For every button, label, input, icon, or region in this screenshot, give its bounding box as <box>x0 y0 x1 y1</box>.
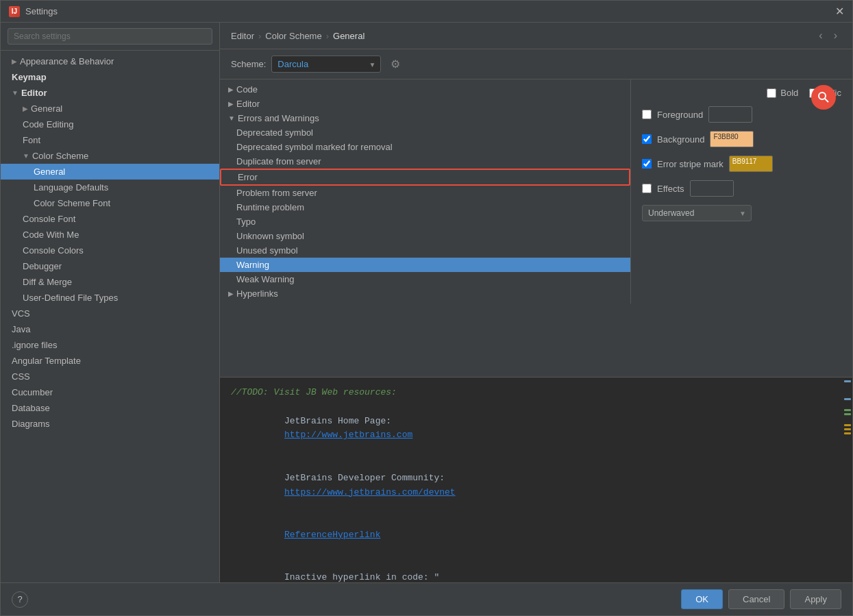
error-stripe-row: Error stripe mark BB9117 <box>642 156 841 172</box>
marker-yellow2 <box>844 428 851 430</box>
tree-item-typo[interactable]: Typo <box>220 214 630 229</box>
effects-select[interactable]: Underwaved Bordered Box Rounded box Stri… <box>642 205 752 221</box>
foreground-label: Foreground <box>657 110 703 120</box>
scheme-select[interactable]: Darcula IntelliJ Light High Contrast <box>271 56 381 73</box>
options-area: Bold Italic Foreground <box>631 79 852 377</box>
tree-item-problem-server[interactable]: Problem from server <box>220 186 630 200</box>
error-stripe-label: Error stripe mark <box>657 159 724 169</box>
titlebar: IJ Settings ✕ <box>1 1 852 23</box>
sidebar-item-diagrams[interactable]: Diagrams <box>1 416 219 432</box>
sidebar-item-database[interactable]: Database <box>1 400 219 416</box>
foreground-row: Foreground <box>642 106 841 123</box>
tree-item-deprecated-symbol[interactable]: Deprecated symbol <box>220 125 630 140</box>
tree-item-duplicate-server[interactable]: Duplicate from server <box>220 154 630 169</box>
tree-item-unknown-symbol[interactable]: Unknown symbol <box>220 229 630 243</box>
sidebar-item-console-font[interactable]: Console Font <box>1 211 219 227</box>
sidebar-item-console-colors[interactable]: Console Colors <box>1 243 219 258</box>
sidebar-item-keymap[interactable]: Keymap <box>1 69 219 85</box>
sidebar-item-code-with-me[interactable]: Code With Me <box>1 227 219 243</box>
settings-window: IJ Settings ✕ ▶ Appearance & Behavior Ke… <box>0 0 853 616</box>
error-stripe-color-swatch[interactable]: BB9117 <box>729 156 773 172</box>
arrow-icon: ▶ <box>12 58 17 65</box>
arrow-icon: ▶ <box>228 86 234 93</box>
sidebar-item-appearance[interactable]: ▶ Appearance & Behavior <box>1 53 219 69</box>
sidebar-item-label: Keymap <box>12 72 47 82</box>
sidebar-item-label: Database <box>12 403 50 413</box>
sidebar-item-debugger[interactable]: Debugger <box>1 258 219 274</box>
sidebar-item-language-defaults[interactable]: Language Defaults <box>1 180 219 195</box>
sidebar-item-label: .ignore files <box>12 340 57 350</box>
tree-item-weak-warning[interactable]: Weak Warning <box>220 272 630 286</box>
arrow-icon: ▼ <box>12 89 18 97</box>
help-button[interactable]: ? <box>12 591 28 608</box>
sidebar-item-cucumber[interactable]: Cucumber <box>1 384 219 400</box>
background-label: Background <box>657 134 704 145</box>
tree-item-code[interactable]: ▶ Code <box>220 82 630 97</box>
preview-link-homepage: http://www.jetbrains.com <box>284 430 412 440</box>
foreground-checkbox[interactable] <box>642 110 652 119</box>
sidebar-item-general-sub[interactable]: General <box>1 164 219 180</box>
sidebar-item-ignore-files[interactable]: .ignore files <box>1 337 219 353</box>
tree-item-editor[interactable]: ▶ Editor <box>220 97 630 111</box>
cancel-button[interactable]: Cancel <box>728 589 784 609</box>
tree-item-deprecated-marked[interactable]: Deprecated symbol marked for removal <box>220 140 630 154</box>
background-color-swatch[interactable]: F3BB80 <box>710 131 754 147</box>
sidebar-item-label: Angular Template <box>12 356 81 366</box>
apply-button[interactable]: Apply <box>790 589 841 609</box>
tree-item-error[interactable]: Error <box>220 169 630 186</box>
sidebar-item-user-defined-file-types[interactable]: User-Defined File Types <box>1 290 219 306</box>
scheme-gear-button[interactable]: ⚙ <box>386 55 404 73</box>
breadcrumb-color-scheme: Color Scheme <box>265 31 321 41</box>
scroll-markers <box>843 378 852 582</box>
error-stripe-checkbox[interactable] <box>642 159 652 169</box>
sidebar-item-code-editing[interactable]: Code Editing <box>1 116 219 132</box>
content-area: ▶ Code ▶ Editor ▼ Errors and Warnings <box>220 79 852 377</box>
search-icon <box>817 91 830 103</box>
tree-item-errors-warnings[interactable]: ▼ Errors and Warnings <box>220 111 630 125</box>
effects-row: Effects <box>642 180 841 197</box>
arrow-icon: ▶ <box>228 100 234 108</box>
back-button[interactable]: ‹ <box>815 28 826 43</box>
sidebar-item-color-scheme-font[interactable]: Color Scheme Font <box>1 195 219 211</box>
breadcrumb-general: General <box>333 31 364 41</box>
sidebar-item-label: Java <box>12 324 30 334</box>
sidebar-item-label: Diagrams <box>12 419 50 429</box>
svg-line-1 <box>825 99 828 102</box>
sidebar-item-label: Cucumber <box>12 387 53 397</box>
sidebar-item-editor[interactable]: ▼ Editor <box>1 85 219 101</box>
search-input[interactable] <box>8 28 212 45</box>
tree-item-warning[interactable]: Warning <box>220 258 630 272</box>
tree-item-hyperlinks[interactable]: ▶ Hyperlinks <box>220 286 630 301</box>
nav-tree: ▶ Appearance & Behavior Keymap ▼ Editor … <box>1 51 219 582</box>
foreground-color-swatch[interactable] <box>708 106 752 123</box>
effects-checkbox[interactable] <box>642 184 652 193</box>
tree-item-unused-symbol[interactable]: Unused symbol <box>220 243 630 258</box>
bold-checkbox-label[interactable]: Bold <box>767 88 798 98</box>
ok-button[interactable]: OK <box>681 589 723 609</box>
sidebar-item-diff-merge[interactable]: Diff & Merge <box>1 274 219 290</box>
sidebar-item-general[interactable]: ▶ General <box>1 101 219 116</box>
sidebar-item-label: Code Editing <box>23 119 73 130</box>
sidebar-item-label: Color Scheme <box>32 151 88 161</box>
effects-color-swatch[interactable] <box>690 180 734 197</box>
close-button[interactable]: ✕ <box>835 5 844 18</box>
search-fab-button[interactable] <box>811 85 836 110</box>
sidebar-item-label: Editor <box>21 88 47 98</box>
arrow-icon: ▼ <box>23 152 29 160</box>
sidebar-item-java[interactable]: Java <box>1 321 219 337</box>
preview-panel: //TODO: Visit JB Web resources: JetBrain… <box>220 377 852 582</box>
sidebar-item-font[interactable]: Font <box>1 132 219 148</box>
arrow-icon: ▶ <box>23 105 28 112</box>
effects-select-wrapper: Underwaved Bordered Box Rounded box Stri… <box>642 205 752 221</box>
sidebar-item-angular[interactable]: Angular Template <box>1 353 219 369</box>
preview-text: JetBrains Developer Community: <box>284 473 450 483</box>
sidebar-item-color-scheme[interactable]: ▼ Color Scheme <box>1 148 219 164</box>
forward-button[interactable]: › <box>830 28 841 43</box>
sidebar-item-vcs[interactable]: VCS <box>1 306 219 321</box>
background-checkbox[interactable] <box>642 134 652 144</box>
sidebar-item-label: General <box>31 103 62 114</box>
bold-checkbox[interactable] <box>767 88 776 98</box>
tree-item-runtime-problem[interactable]: Runtime problem <box>220 200 630 214</box>
preview-line-devcomm: JetBrains Developer Community: https://w… <box>231 457 841 514</box>
sidebar-item-css[interactable]: CSS <box>1 369 219 384</box>
